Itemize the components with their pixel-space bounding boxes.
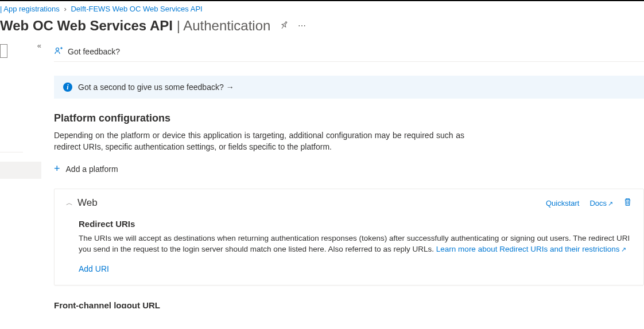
page-title-row: Web OC Web Services API | Authentication… [0, 18, 644, 34]
info-icon: i [63, 83, 72, 92]
front-channel-heading: Front-channel logout URL [54, 300, 644, 308]
breadcrumb: | App registrations › Delft-FEWS Web OC … [0, 1, 644, 14]
collapse-sidebar-icon[interactable]: « [37, 41, 41, 50]
delete-icon[interactable] [623, 198, 632, 208]
pin-icon[interactable] [280, 21, 289, 32]
info-banner-text: Got a second to give us some feedback? [78, 83, 224, 92]
quickstart-link[interactable]: Quickstart [546, 199, 580, 207]
breadcrumb-separator: › [64, 5, 66, 13]
redirect-uris-description: The URIs we will accept as destinations … [79, 233, 632, 255]
breadcrumb-app-registrations[interactable]: App registrations [3, 5, 60, 13]
platform-description: Depending on the platform or device this… [54, 130, 464, 152]
docs-link[interactable]: Docs↗ [589, 199, 613, 207]
web-platform-card: ︿ Web Quickstart Docs↗ Redirect URIs The… [54, 189, 644, 285]
sidebar-divider [0, 152, 23, 152]
plus-icon: + [54, 163, 60, 175]
add-uri-button[interactable]: Add URI [79, 264, 109, 273]
breadcrumb-app-name[interactable]: Delft-FEWS Web OC Web Services API [71, 5, 202, 13]
page-title-sub: Authentication [183, 18, 270, 33]
svg-point-0 [56, 48, 59, 50]
platform-heading: Platform configurations [54, 112, 644, 124]
sidebar: « [0, 42, 41, 308]
add-platform-label: Add a platform [66, 164, 118, 174]
feedback-button[interactable]: Got feedback? [68, 47, 120, 56]
external-link-icon: ↗ [608, 200, 613, 207]
command-bar: Got feedback? [54, 42, 644, 62]
page-title-main: Web OC Web Services API [0, 18, 173, 33]
sidebar-item-selected[interactable] [0, 162, 41, 179]
feedback-person-icon[interactable] [54, 46, 63, 57]
redirect-uris-heading: Redirect URIs [79, 219, 632, 229]
arrow-right-icon: → [226, 83, 234, 92]
web-card-title: Web [77, 197, 538, 209]
page-title: Web OC Web Services API | Authentication [0, 18, 270, 34]
add-platform-button[interactable]: + Add a platform [54, 163, 118, 175]
external-link-icon: ↗ [621, 246, 626, 253]
chevron-up-icon[interactable]: ︿ [66, 198, 73, 208]
search-input[interactable] [0, 44, 7, 58]
redirect-learn-more-link[interactable]: Learn more about Redirect URIs and their… [436, 245, 626, 253]
more-icon[interactable]: ⋯ [298, 21, 306, 30]
info-banner[interactable]: i Got a second to give us some feedback?… [54, 76, 644, 99]
